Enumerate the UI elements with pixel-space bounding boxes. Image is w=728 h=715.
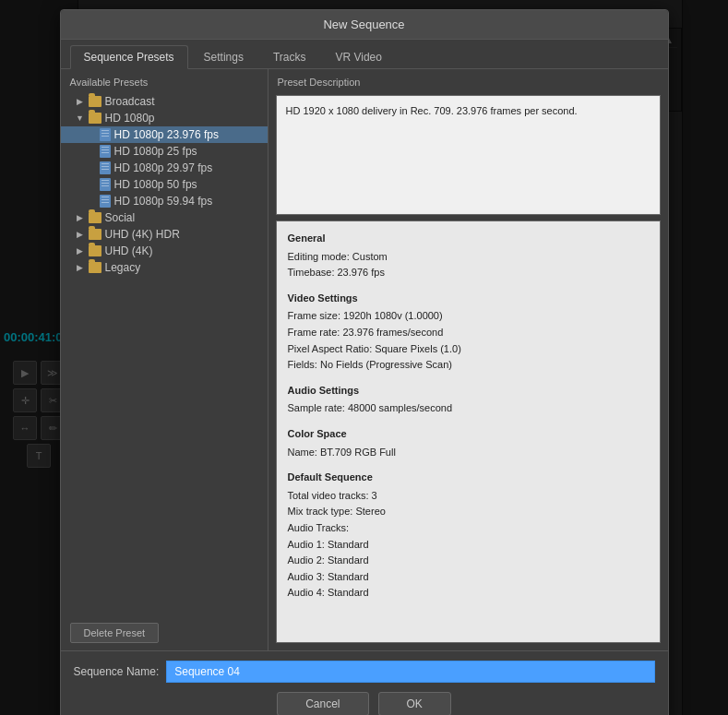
tree-item-hd1080p-5994-label: HD 1080p 59.94 fps — [114, 195, 213, 208]
modal-overlay: New Sequence Sequence Presets Settings T… — [0, 0, 728, 715]
tree-item-broadcast-label: Broadcast — [105, 95, 155, 108]
tree-item-social-label: Social — [105, 211, 136, 224]
folder-icon-broadcast — [89, 96, 101, 107]
tree-item-hd1080p-label: HD 1080p — [105, 112, 155, 125]
pixel-aspect: Pixel Aspect Ratio: Square Pixels (1.0) — [288, 341, 649, 358]
tree-item-uhd4k-hdr-label: UHD (4K) HDR — [105, 228, 180, 241]
file-icon-hd1080p-5994 — [100, 195, 111, 208]
chevron-right-icon: ▶ — [76, 97, 85, 106]
chevron-right-icon-social: ▶ — [76, 213, 85, 222]
sequence-name-row: Sequence Name: — [74, 661, 655, 683]
audio-3: Audio 3: Standard — [288, 569, 649, 586]
tree-item-hd1080p-2997-label: HD 1080p 29.97 fps — [114, 161, 213, 174]
sample-rate: Sample rate: 48000 samples/second — [288, 400, 649, 417]
tree-item-hd1080p-25-label: HD 1080p 25 fps — [114, 145, 197, 158]
tree-item-hd1080p[interactable]: ▼ HD 1080p — [61, 110, 268, 126]
tab-settings[interactable]: Settings — [190, 45, 257, 68]
total-video-tracks: Total video tracks: 3 — [288, 488, 649, 505]
fields: Fields: No Fields (Progressive Scan) — [288, 357, 649, 374]
tree-item-hd1080p-50[interactable]: HD 1080p 50 fps — [61, 176, 268, 193]
audio-2: Audio 2: Standard — [288, 553, 649, 569]
folder-icon-legacy — [89, 262, 101, 273]
file-icon-hd1080p-50 — [100, 178, 111, 191]
frame-size: Frame size: 1920h 1080v (1.0000) — [288, 308, 649, 325]
tree-item-hd1080p-23976[interactable]: HD 1080p 23.976 fps — [61, 126, 268, 143]
timebase: Timebase: 23.976 fps — [288, 265, 649, 281]
new-sequence-modal: New Sequence Sequence Presets Settings T… — [60, 9, 669, 715]
modal-body: Available Presets ▶ Broadcast ▼ HD 1080p — [61, 69, 668, 650]
description-details: General Editing mode: Custom Timebase: 2… — [276, 220, 661, 643]
tree-item-hd1080p-5994[interactable]: HD 1080p 59.94 fps — [61, 193, 268, 209]
cancel-button[interactable]: Cancel — [277, 692, 368, 715]
audio-settings-section: Audio Settings Sample rate: 48000 sample… — [288, 383, 649, 417]
color-space-section: Color Space Name: BT.709 RGB Full — [288, 426, 649, 460]
tree-item-uhd4k-label: UHD (4K) — [105, 244, 153, 257]
tab-sequence-presets[interactable]: Sequence Presets — [70, 45, 188, 69]
spacer-icon-5 — [87, 197, 96, 206]
tree-item-legacy[interactable]: ▶ Legacy — [61, 259, 268, 276]
chevron-right-icon-legacy: ▶ — [76, 263, 85, 272]
folder-icon-uhd4k-hdr — [89, 229, 101, 240]
tab-vr-video[interactable]: VR Video — [321, 45, 395, 68]
sequence-name-label: Sequence Name: — [74, 665, 160, 678]
presets-pane: Available Presets ▶ Broadcast ▼ HD 1080p — [61, 69, 269, 650]
ok-button[interactable]: OK — [378, 692, 451, 715]
tree-item-social[interactable]: ▶ Social — [61, 209, 268, 226]
audio-4: Audio 4: Standard — [288, 585, 649, 602]
spacer-icon-4 — [87, 180, 96, 189]
tree-item-uhd4k[interactable]: ▶ UHD (4K) — [61, 243, 268, 259]
modal-title-bar: New Sequence — [61, 10, 668, 40]
spacer-icon-1 — [87, 130, 96, 139]
color-name: Name: BT.709 RGB Full — [288, 445, 649, 461]
sequence-name-input[interactable] — [166, 661, 654, 683]
audio-settings-title: Audio Settings — [288, 383, 649, 399]
tree-item-hd1080p-2997[interactable]: HD 1080p 29.97 fps — [61, 160, 268, 176]
video-settings-title: Video Settings — [288, 291, 649, 307]
tree-item-legacy-label: Legacy — [105, 261, 141, 274]
spacer-icon-3 — [87, 163, 96, 173]
video-settings-section: Video Settings Frame size: 1920h 1080v (… — [288, 291, 649, 374]
folder-icon-hd1080p — [89, 113, 101, 124]
general-title: General — [288, 231, 649, 247]
tree-item-hd1080p-23976-label: HD 1080p 23.976 fps — [114, 128, 219, 141]
default-sequence-section: Default Sequence Total video tracks: 3 M… — [288, 470, 649, 602]
tree-item-uhd4k-hdr[interactable]: ▶ UHD (4K) HDR — [61, 226, 268, 243]
tree-item-broadcast[interactable]: ▶ Broadcast — [61, 93, 268, 110]
chevron-right-icon-uhd: ▶ — [76, 246, 85, 256]
folder-icon-uhd4k — [89, 245, 101, 256]
mix-track-type: Mix track type: Stereo — [288, 504, 649, 520]
presets-tree: ▶ Broadcast ▼ HD 1080p HD 1080p — [61, 91, 268, 615]
color-space-title: Color Space — [288, 426, 649, 443]
tree-item-hd1080p-25[interactable]: HD 1080p 25 fps — [61, 143, 268, 160]
default-sequence-title: Default Sequence — [288, 470, 649, 486]
chevron-down-icon: ▼ — [76, 113, 85, 123]
file-icon-hd1080p-2997 — [100, 161, 111, 174]
tree-item-hd1080p-50-label: HD 1080p 50 fps — [114, 178, 197, 191]
modal-title: New Sequence — [323, 18, 404, 31]
tab-tracks[interactable]: Tracks — [259, 45, 320, 68]
modal-tabs: Sequence Presets Settings Tracks VR Vide… — [61, 40, 668, 69]
spacer-icon-2 — [87, 147, 96, 156]
general-section: General Editing mode: Custom Timebase: 2… — [288, 231, 649, 281]
audio-1: Audio 1: Standard — [288, 537, 649, 554]
editing-mode: Editing mode: Custom — [288, 249, 649, 266]
description-preview-text: HD 1920 x 1080 delivery in Rec. 709. 23.… — [286, 105, 578, 116]
description-pane: Preset Description HD 1920 x 1080 delive… — [269, 69, 668, 650]
folder-icon-social — [89, 212, 101, 223]
audio-tracks-label: Audio Tracks: — [288, 520, 649, 537]
file-icon-hd1080p-23976 — [100, 128, 111, 141]
button-row: Cancel OK — [74, 692, 655, 715]
frame-rate: Frame rate: 23.976 frames/second — [288, 325, 649, 341]
description-preview: HD 1920 x 1080 delivery in Rec. 709. 23.… — [276, 95, 661, 215]
description-label: Preset Description — [276, 77, 661, 89]
delete-preset-button[interactable]: Delete Preset — [70, 623, 160, 643]
presets-label: Available Presets — [61, 69, 268, 91]
chevron-right-icon-uhd-hdr: ▶ — [76, 230, 85, 239]
modal-bottom: Sequence Name: Cancel OK — [61, 650, 668, 715]
file-icon-hd1080p-25 — [100, 145, 111, 158]
